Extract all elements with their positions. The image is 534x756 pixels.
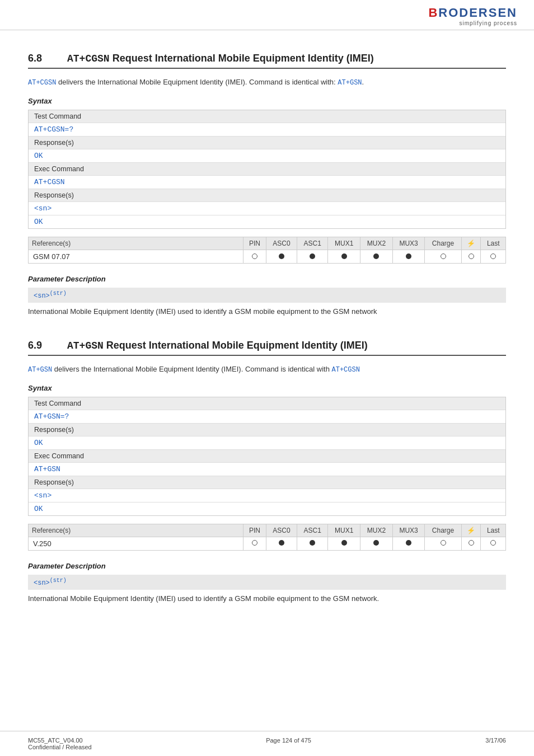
ref-mux2-6-8 xyxy=(360,250,393,264)
ref-charge-6-8 xyxy=(425,250,461,264)
circle-filled-icon xyxy=(279,253,284,259)
ref-last-6-8 xyxy=(481,250,506,264)
param-code-6-8: <sn>(str) xyxy=(28,288,506,303)
ref-col-header-pin-9: PIN xyxy=(243,524,266,537)
section-6-8-heading: 6.8 AT+CGSN Request International Mobile… xyxy=(28,53,506,69)
ref-col-header-mux1: MUX1 xyxy=(328,237,360,250)
footer-center: Page 124 of 475 xyxy=(266,737,311,750)
test-command-code-row: AT+CGSN=? xyxy=(29,123,505,137)
circle-filled-icon xyxy=(406,540,411,546)
circle-filled-icon xyxy=(341,253,347,259)
section-6-9-title-code: AT+GSN xyxy=(67,340,104,351)
ok-row-1-9: OK xyxy=(29,436,505,450)
test-command-code-9: AT+GSN=? xyxy=(29,410,505,423)
responses-label-2-9: Response(s) xyxy=(29,476,505,489)
test-command-label-9: Test Command xyxy=(29,397,505,410)
circle-filled-icon xyxy=(406,253,411,259)
param-desc-6-9: International Mobile Equipment Identity … xyxy=(28,593,506,604)
at-cgsn-link-2[interactable]: AT+CGSN xyxy=(332,366,360,374)
param-code-6-9: <sn>(str) xyxy=(28,575,506,590)
section-6-9-desc: AT+GSN delivers the International Mobile… xyxy=(28,364,506,375)
circle-filled-icon xyxy=(341,540,347,546)
ref-col-header-last: Last xyxy=(481,237,506,250)
page-footer: MC55_ATC_V04.00 Confidential / Released … xyxy=(0,731,534,756)
sn-code-row: <sn> xyxy=(29,202,505,215)
section-6-9-num: 6.9 xyxy=(28,340,50,351)
syntax-table-6-8: Test Command AT+CGSN=? Response(s) OK Ex… xyxy=(28,110,506,229)
exec-command-header-row-9: Exec Command xyxy=(29,450,505,463)
test-command-label: Test Command xyxy=(29,110,505,123)
page: BRODERSEN simplifying process 6.8 AT+CGS… xyxy=(0,0,534,756)
test-command-code-row-9: AT+GSN=? xyxy=(29,410,505,424)
ref-col-header-icon: ⚡ xyxy=(461,237,481,250)
ref-table-6-8: Reference(s) PIN ASC0 ASC1 MUX1 MUX2 MUX… xyxy=(28,237,506,264)
ref-col-header-asc0-9: ASC0 xyxy=(266,524,297,537)
sn-code-9: <sn> xyxy=(29,489,505,502)
section-6-9-syntax-label: Syntax xyxy=(28,384,506,392)
section-6-9-heading: 6.9 AT+GSN Request International Mobile … xyxy=(28,340,506,356)
exec-command-code-9: AT+GSN xyxy=(29,463,505,476)
ref-mux1-6-9 xyxy=(328,537,360,550)
ref-row-6-9: V.250 xyxy=(29,537,506,550)
test-command-code: AT+CGSN=? xyxy=(29,123,505,136)
responses-label-row-1-9: Response(s) xyxy=(29,424,505,436)
ok-code-2: OK xyxy=(29,215,505,228)
ref-table-6-9: Reference(s) PIN ASC0 ASC1 MUX1 MUX2 MUX… xyxy=(28,524,506,551)
exec-command-code-row-9: AT+GSN xyxy=(29,463,505,476)
circle-empty-icon xyxy=(441,540,446,546)
logo: BRODERSEN simplifying process xyxy=(428,6,517,26)
ref-row-6-8: GSM 07.07 xyxy=(29,250,506,264)
ref-charge-6-9 xyxy=(425,537,461,550)
at-gsn-link-1[interactable]: AT+GSN xyxy=(338,79,362,87)
ok-code-2-9: OK xyxy=(29,503,505,515)
circle-empty-icon xyxy=(441,253,446,259)
ref-mux3-6-8 xyxy=(392,250,425,264)
ref-asc1-6-9 xyxy=(297,537,328,550)
ref-col-header-mux1-9: MUX1 xyxy=(328,524,360,537)
section-6-9-title: AT+GSN Request International Mobile Equi… xyxy=(67,340,368,351)
page-header: BRODERSEN simplifying process xyxy=(0,0,534,30)
ref-asc0-6-9 xyxy=(266,537,297,550)
param-heading-6-9: Parameter Description xyxy=(28,562,506,570)
ref-col-header-asc1: ASC1 xyxy=(297,237,328,250)
ref-col-header-mux2: MUX2 xyxy=(360,237,393,250)
circle-empty-icon xyxy=(469,540,474,546)
test-command-header-row: Test Command xyxy=(29,110,505,123)
ref-mux3-6-9 xyxy=(392,537,425,550)
ref-table-header-row-9: Reference(s) PIN ASC0 ASC1 MUX1 MUX2 MUX… xyxy=(29,524,506,537)
param-desc-6-8: International Mobile Equipment Identity … xyxy=(28,306,506,317)
ref-col-header-icon-9: ⚡ xyxy=(461,524,481,537)
responses-label-row-2: Response(s) xyxy=(29,189,505,202)
ok-row-2-9: OK xyxy=(29,503,505,515)
ref-col-header-name: Reference(s) xyxy=(29,237,243,250)
ref-last-6-9 xyxy=(481,537,506,550)
ref-table-header-row: Reference(s) PIN ASC0 ASC1 MUX1 MUX2 MUX… xyxy=(29,237,506,250)
ref-icon-6-9 xyxy=(461,537,481,550)
circle-empty-icon xyxy=(490,540,496,546)
circle-filled-icon xyxy=(279,540,284,546)
ref-col-header-mux2-9: MUX2 xyxy=(360,524,393,537)
circle-empty-icon xyxy=(469,253,474,259)
ref-pin-6-8 xyxy=(243,250,266,264)
test-command-header-row-9: Test Command xyxy=(29,397,505,410)
at-gsn-link-2[interactable]: AT+GSN xyxy=(28,366,52,374)
circle-filled-icon xyxy=(373,540,379,546)
circle-filled-icon xyxy=(373,253,379,259)
responses-label-row-1: Response(s) xyxy=(29,137,505,149)
ok-code-1-9: OK xyxy=(29,436,505,449)
exec-command-code-row: AT+CGSN xyxy=(29,176,505,189)
at-cgsn-link-1[interactable]: AT+CGSN xyxy=(28,79,56,87)
circle-filled-icon xyxy=(310,540,315,546)
section-6-8-title: AT+CGSN Request International Mobile Equ… xyxy=(67,53,374,64)
ref-asc0-6-8 xyxy=(266,250,297,264)
exec-command-header-row: Exec Command xyxy=(29,163,505,176)
responses-label-1: Response(s) xyxy=(29,137,505,149)
ok-row-1: OK xyxy=(29,149,505,163)
ref-col-header-mux3: MUX3 xyxy=(392,237,425,250)
ref-col-header-mux3-9: MUX3 xyxy=(392,524,425,537)
circle-empty-icon xyxy=(252,253,257,259)
ok-code-1: OK xyxy=(29,149,505,162)
section-6-8-syntax-label: Syntax xyxy=(28,97,506,105)
footer-confidential: Confidential / Released xyxy=(28,744,92,750)
ref-col-header-charge-9: Charge xyxy=(425,524,461,537)
